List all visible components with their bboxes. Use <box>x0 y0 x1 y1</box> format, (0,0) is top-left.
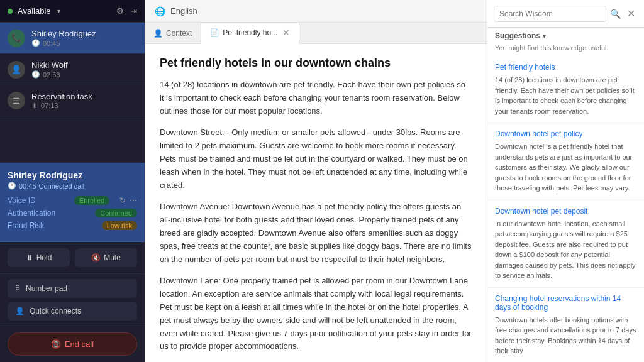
call-controls: ⏸ Hold 🔇 Mute <box>0 242 145 274</box>
card-title-2: Downtown hotel pet deposit <box>495 207 636 216</box>
article-paragraph-2: Downtown Avenue: Downtown Avenue has a p… <box>160 200 472 266</box>
tab-context[interactable]: 👤 Context <box>145 23 201 43</box>
caller-name-nikki: Nikki Wolf <box>31 60 137 70</box>
tab-close-button[interactable]: ✕ <box>282 28 290 38</box>
call-time-row-task: ⏸ 07:13 <box>31 102 137 109</box>
user-icon: 👤 <box>8 61 25 79</box>
end-call-area: 📵 End call <box>0 326 145 362</box>
top-bar: 🌐 English <box>145 0 487 23</box>
call-duration: 00:45 <box>43 40 60 47</box>
mute-button[interactable]: 🔇 Mute <box>75 248 137 267</box>
phone-icon: 📞 <box>8 30 25 47</box>
caller-name: Shirley Rodriguez <box>31 29 137 38</box>
call-duration-task: 07:13 <box>41 102 58 109</box>
call-item-shirley[interactable]: 📞 Shirley Rodriguez 🕐 00:45 <box>0 23 145 54</box>
connected-label: Connected call <box>39 182 85 190</box>
suggestions-header: Suggestions ▾ <box>487 28 644 44</box>
fraud-label: Fraud Risk <box>8 221 64 230</box>
clock-icon-active: 🕐 <box>8 182 16 190</box>
active-call-duration: 00:45 <box>19 182 36 190</box>
quick-connects-button[interactable]: 👤 Quick connects <box>8 302 137 321</box>
caller-details: Voice ID Enrolled ↻ ⋯ Authentication Con… <box>8 196 137 230</box>
active-caller-panel: Shirley Rodriguez 🕐 00:45 Connected call… <box>0 163 145 242</box>
sidebar-header: Available ▾ ⚙ ⇥ <box>0 0 145 23</box>
logout-icon[interactable]: ⇥ <box>130 6 137 16</box>
settings-icon[interactable]: ⚙ <box>116 6 124 16</box>
card-title-0: Pet friendly hotels <box>495 63 636 72</box>
card-title-3: Changing hotel reservations within 14 da… <box>495 294 636 312</box>
mute-icon: 🔇 <box>91 253 101 262</box>
call-item-task[interactable]: ☰ Reservation task ⏸ 07:13 <box>0 85 145 116</box>
knowledge-card-0[interactable]: Pet friendly hotels 14 (of 28) locations… <box>487 57 644 123</box>
call-info-nikki: Nikki Wolf 🕐 02:53 <box>31 60 137 79</box>
more-icon[interactable]: ⋯ <box>130 196 137 205</box>
card-text-0: 14 (of 28) locations in downtown are pet… <box>495 75 636 116</box>
voice-id-label: Voice ID <box>8 196 64 205</box>
knowledge-card-3[interactable]: Changing hotel reservations within 14 da… <box>487 288 644 363</box>
article-paragraph-1: Downtown Street: - Only medium or smalle… <box>160 126 472 192</box>
card-text-1: Downtown hotel is a pet friendly hotel t… <box>495 141 636 194</box>
card-text-3: Downtown hotels offer booking options wi… <box>495 315 636 356</box>
hold-button[interactable]: ⏸ Hold <box>8 248 70 267</box>
task-name: Reservation task <box>31 92 137 101</box>
chevron-down-icon-suggestions: ▾ <box>543 33 546 40</box>
search-icon: 🔍 <box>610 9 621 19</box>
tab-pet-friendly[interactable]: 📄 Pet friendly ho... ✕ <box>201 23 299 44</box>
pause-icon: ⏸ <box>31 102 38 109</box>
voice-id-row: Voice ID Enrolled ↻ ⋯ <box>8 196 137 205</box>
search-bar: 🔍 ✕ <box>487 0 644 28</box>
chevron-down-icon: ▾ <box>57 8 60 14</box>
auth-badge: Confirmed <box>95 209 137 217</box>
search-input[interactable] <box>494 6 606 22</box>
call-item-nikki[interactable]: 👤 Nikki Wolf 🕐 02:53 <box>0 54 145 85</box>
status-indicator <box>8 9 13 14</box>
clock-icon: 🕐 <box>31 39 40 47</box>
globe-icon: 🌐 <box>155 6 165 16</box>
person-icon: 👤 <box>153 29 163 38</box>
voice-id-badge: Enrolled <box>74 196 109 205</box>
active-caller-time-row: 🕐 00:45 Connected call <box>8 182 137 190</box>
main-content: 🌐 English 👤 Context 📄 Pet friendly ho...… <box>145 0 487 362</box>
task-icon: ☰ <box>8 92 25 109</box>
article-paragraph-0: 14 (of 28) locations in downtown are pet… <box>160 79 472 118</box>
suggestions-subtext: You might find this knowledge useful. <box>487 44 644 57</box>
authentication-row: Authentication Confirmed <box>8 209 137 217</box>
sidebar: Available ▾ ⚙ ⇥ 📞 Shirley Rodriguez 🕐 00… <box>0 0 145 362</box>
call-duration-nikki: 02:53 <box>43 71 60 79</box>
end-call-icon: 📵 <box>51 339 61 349</box>
knowledge-card-1[interactable]: Downtown hotel pet policy Downtown hotel… <box>487 123 644 200</box>
article-paragraph-3: Downtown Lane: One properly trained pet … <box>160 275 472 353</box>
call-time-row-nikki: 🕐 02:53 <box>31 70 137 79</box>
call-info-task: Reservation task ⏸ 07:13 <box>31 92 137 109</box>
quick-icon: 👤 <box>15 307 25 315</box>
card-title-1: Downtown hotel pet policy <box>495 129 636 138</box>
knowledge-card-2[interactable]: Downtown hotel pet deposit In our downto… <box>487 200 644 288</box>
detail-icons: ↻ ⋯ <box>119 196 137 205</box>
tabs-bar: 👤 Context 📄 Pet friendly ho... ✕ <box>145 23 487 44</box>
clock-icon-nikki: 🕐 <box>31 70 40 79</box>
numpad-icon: ⠿ <box>15 284 21 293</box>
refresh-icon[interactable]: ↻ <box>119 196 126 205</box>
article-title: Pet friendly hotels in our downtown chai… <box>160 57 472 70</box>
end-call-button[interactable]: 📵 End call <box>8 332 137 356</box>
header-actions: ⚙ ⇥ <box>116 6 137 16</box>
call-info-shirley: Shirley Rodriguez 🕐 00:45 <box>31 29 137 47</box>
call-time-row: 🕐 00:45 <box>31 39 137 47</box>
fraud-badge: Low risk <box>102 221 137 230</box>
close-icon[interactable]: ✕ <box>625 5 638 22</box>
card-text-2: In our downtown hotel location, each sma… <box>495 219 636 281</box>
call-list: 📞 Shirley Rodriguez 🕐 00:45 👤 Nikki Wolf… <box>0 23 145 163</box>
number-pad-button[interactable]: ⠿ Number pad <box>8 279 137 298</box>
document-icon: 📄 <box>210 28 219 37</box>
suggestions-label: Suggestions <box>495 31 540 40</box>
article-content: Pet friendly hotels in our downtown chai… <box>145 44 487 362</box>
fraud-risk-row: Fraud Risk Low risk <box>8 221 137 230</box>
availability-status[interactable]: Available <box>18 6 51 16</box>
auth-label: Authentication <box>8 209 64 217</box>
extra-controls: ⠿ Number pad 👤 Quick connects <box>0 274 145 326</box>
active-caller-name: Shirley Rodriguez <box>8 170 137 180</box>
hold-icon: ⏸ <box>26 253 33 262</box>
right-panel: 🔍 ✕ Suggestions ▾ You might find this kn… <box>487 0 644 362</box>
language-selector[interactable]: English <box>170 6 197 16</box>
